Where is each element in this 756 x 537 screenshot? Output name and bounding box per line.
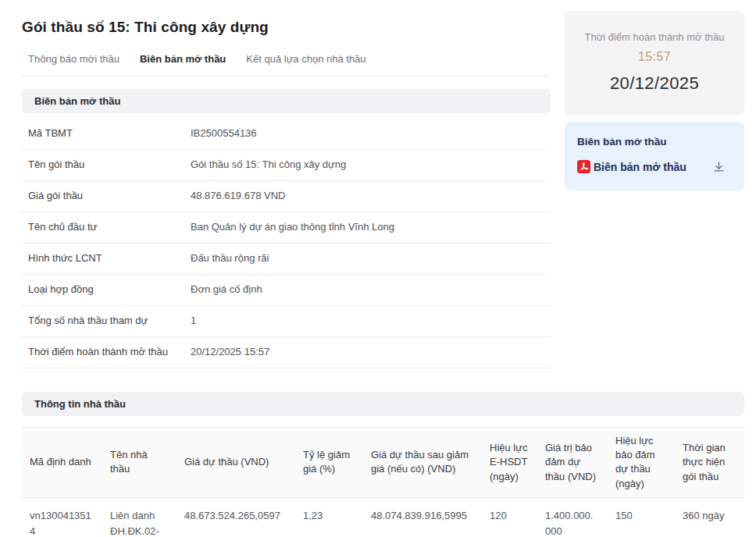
info-label: Loại hợp đồng [28, 284, 191, 296]
info-label: Giá gói thầu [28, 190, 191, 202]
contractor-row: vn1300413514 Liên danh ĐH.ĐK.02-Ba Tri 4… [22, 498, 744, 537]
info-value: Đấu thầu rộng rãi [191, 253, 269, 265]
cell-ma-dinh-danh: vn1300413514 [22, 498, 102, 537]
info-label: Tổng số nhà thầu tham dự [28, 315, 191, 327]
documents-card: Biên bản mở thầu Biên bản mở thầu [565, 122, 744, 190]
info-value: Gói thầu số 15: Thi công xây dựng [191, 159, 346, 171]
info-row-thoi-diem-mo-thau: Thời điểm hoàn thành mở thầu 20/12/2025 … [22, 337, 551, 368]
col-header-gia-sau-giam: Giá dự thầu sau giảm giá (nếu có) (VND) [363, 427, 482, 498]
info-label: Mã TBMT [28, 128, 191, 140]
document-file-row: Biên bản mở thầu [577, 160, 732, 173]
opening-record-file-link[interactable]: Biên bản mở thầu [594, 161, 712, 173]
cell-gia-du-thau: 48.673.524.265,0597 [177, 498, 295, 537]
contractor-table: Mã định danh Tên nhà thầu Giá dự thầu (V… [22, 427, 744, 537]
cell-ten-nha-thau: Liên danh ĐH.ĐK.02-Ba Tri [102, 498, 177, 537]
cell-gia-tri-bao-dam: 1.400.000.000 [537, 498, 608, 537]
cell-hieu-luc-ehsdt: 120 [482, 498, 537, 537]
package-detail-page: Gói thầu số 15: Thi công xây dựng Thông … [0, 0, 756, 537]
col-header-gia-tri-bao-dam: Giá trị bảo đảm dự thầu (VND) [537, 427, 608, 498]
tab-invitation-notice[interactable]: Thông báo mời thầu [28, 53, 119, 65]
completion-label: Thời điểm hoàn thành mở thầu [574, 31, 735, 43]
info-value: IB2500554136 [191, 128, 257, 140]
opening-record-info: Mã TBMT IB2500554136 Tên gói thầu Gói th… [22, 119, 551, 368]
page-title: Gói thầu số 15: Thi công xây dựng [22, 19, 551, 36]
cell-gia-sau-giam: 48.074.839.916,5995 [363, 498, 482, 537]
col-header-ten-nha-thau: Tên nhà thầu [102, 427, 177, 498]
info-value: 20/12/2025 15:57 [191, 347, 269, 358]
info-label: Hình thức LCNT [28, 253, 191, 265]
info-label: Thời điểm hoàn thành mở thầu [28, 347, 191, 358]
section-header-opening-record: Biên bản mở thầu [22, 89, 551, 113]
col-header-gia-du-thau: Giá dự thầu (VND) [177, 427, 295, 498]
info-value: Đơn giá cố định [191, 284, 262, 296]
info-value: 48.876.619.678 VND [191, 190, 285, 202]
contractor-table-header-row: Mã định danh Tên nhà thầu Giá dự thầu (V… [22, 427, 744, 498]
info-row-ma-tbmt: Mã TBMT IB2500554136 [22, 119, 551, 150]
cell-ty-le-giam-gia: 1,23 [295, 498, 363, 537]
completion-date: 20/12/2025 [574, 73, 735, 94]
col-header-thoi-gian-thuc-hien: Thời gian thực hiện gói thầu [675, 427, 744, 498]
col-header-hieu-luc-ehsdt: Hiệu lực E-HSDT (ngày) [482, 427, 537, 498]
info-row-ten-goi-thau: Tên gói thầu Gói thầu số 15: Thi công xâ… [22, 150, 551, 181]
info-label: Tên gói thầu [28, 159, 191, 171]
info-value: 1 [191, 315, 196, 327]
info-value: Ban Quản lý dự án giao thông tỉnh Vĩnh L… [191, 222, 394, 233]
col-header-hieu-luc-bao-dam: Hiệu lực bảo đảm dự thầu (ngày) [608, 427, 675, 498]
info-row-hinh-thuc-lcnt: Hình thức LCNT Đấu thầu rộng rãi [22, 244, 551, 275]
info-row-chu-dau-tu: Tên chủ đầu tư Ban Quản lý dự án giao th… [22, 212, 551, 244]
col-header-ma-dinh-danh: Mã định danh [22, 427, 102, 498]
documents-card-title: Biên bản mở thầu [577, 136, 732, 148]
cell-thoi-gian-thuc-hien: 360 ngày [675, 498, 744, 537]
col-header-ty-le-giam-gia: Tỷ lệ giảm giá (%) [295, 427, 363, 498]
tab-bar: Thông báo mời thầu Biên bản mở thầu Kết … [22, 53, 551, 76]
pdf-file-icon [577, 160, 590, 173]
info-row-so-nha-thau: Tổng số nhà thầu tham dự 1 [22, 306, 551, 337]
completion-time-card: Thời điểm hoàn thành mở thầu 15:57 20/12… [565, 11, 744, 116]
tab-selection-result[interactable]: Kết quả lựa chọn nhà thầu [246, 53, 366, 65]
download-icon[interactable] [712, 160, 726, 173]
info-row-gia-goi-thau: Giá gói thầu 48.876.619.678 VND [22, 181, 551, 212]
right-sidebar: Thời điểm hoàn thành mở thầu 15:57 20/12… [565, 11, 744, 190]
tab-opening-record[interactable]: Biên bản mở thầu [140, 53, 226, 65]
info-row-loai-hop-dong: Loại hợp đồng Đơn giá cố định [22, 275, 551, 306]
cell-hieu-luc-bao-dam: 150 [608, 498, 675, 537]
section-header-contractor-info: Thông tin nhà thầu [22, 392, 744, 416]
info-label: Tên chủ đầu tư [28, 222, 191, 233]
completion-time: 15:57 [574, 50, 735, 64]
